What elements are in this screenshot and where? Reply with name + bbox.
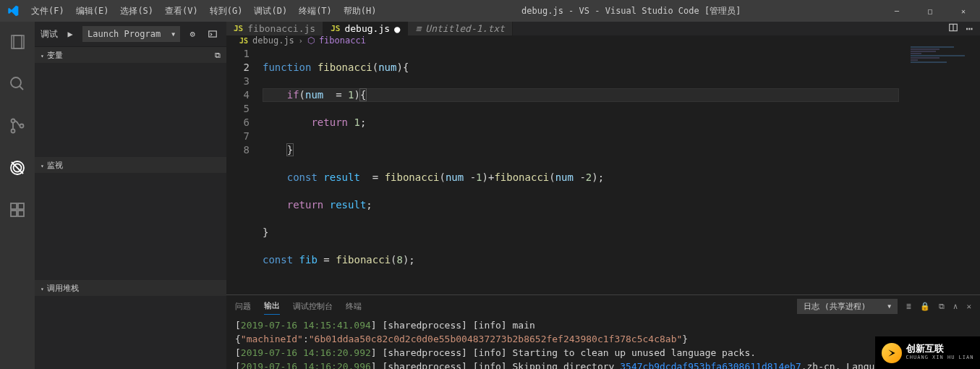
tab-fibonacci[interactable]: JSfibonacci.js — [226, 22, 323, 35]
tab-label: Untitled-1.txt — [425, 23, 505, 34]
svg-rect-10 — [11, 203, 17, 209]
text-file-icon: ≡ — [415, 23, 421, 34]
minimap[interactable] — [908, 46, 980, 132]
breadcrumb-symbol[interactable]: fibonacci — [319, 35, 366, 46]
tab-debug[interactable]: JSdebug.js● — [323, 22, 408, 35]
panel-tab-problems[interactable]: 问题 — [235, 298, 251, 315]
watermark: 创新互联CHUANG XIN HU LIAN — [875, 336, 980, 369]
menu-goto[interactable]: 转到(G) — [204, 0, 249, 22]
breadcrumbs[interactable]: JS debug.js › ⬡ fibonacci — [226, 35, 980, 46]
svg-rect-11 — [11, 211, 17, 216]
menu-edit[interactable]: 编辑(E) — [70, 0, 115, 22]
open-log-icon[interactable]: ⧉ — [939, 302, 945, 311]
gear-icon[interactable]: ⚙ — [184, 26, 200, 42]
menu-help[interactable]: 帮助(H) — [338, 0, 383, 22]
svg-rect-13 — [18, 203, 24, 209]
debug-icon[interactable] — [0, 153, 35, 182]
debug-config-select[interactable]: Launch Program▼ — [82, 26, 180, 42]
svg-rect-14 — [209, 31, 217, 37]
window-minimize-button[interactable]: ─ — [880, 0, 913, 22]
debug-label: 调试 — [41, 28, 58, 41]
watch-header[interactable]: ▾监视 — [35, 157, 226, 173]
js-file-icon: JS — [239, 37, 248, 45]
svg-point-2 — [11, 77, 21, 88]
debug-config-name: Launch Program — [88, 29, 161, 39]
menu-terminal[interactable]: 终端(T) — [293, 0, 338, 22]
svg-rect-12 — [18, 211, 24, 216]
extensions-icon[interactable] — [0, 195, 35, 224]
tab-label: fibonacci.js — [247, 23, 315, 34]
callstack-header[interactable]: ▾调用堆栈 — [35, 280, 226, 296]
callstack-label: 调用堆栈 — [47, 284, 79, 293]
explorer-icon[interactable] — [0, 27, 35, 56]
debug-sidebar: 调试 ▶ Launch Program▼ ⚙ ▾变量 ⧉ ▾监视 ▾调用堆栈 — [35, 22, 226, 369]
bottom-panel: 问题 输出 调试控制台 终端 日志 (共享进程)▼ ≣ 🔒 ⧉ ∧ ✕ [201… — [226, 294, 980, 369]
start-debug-button[interactable]: ▶ — [62, 26, 78, 42]
collapse-all-icon[interactable]: ⧉ — [215, 51, 221, 60]
tab-label: debug.js — [344, 23, 390, 34]
js-file-icon: JS — [331, 24, 340, 33]
variables-header[interactable]: ▾变量 ⧉ — [35, 47, 226, 63]
output-source-label: 日志 (共享进程) — [804, 301, 866, 312]
watermark-icon — [882, 343, 902, 363]
svg-rect-1 — [14, 35, 24, 48]
source-control-icon[interactable] — [0, 111, 35, 140]
vscode-logo-icon — [0, 5, 25, 17]
window-close-button[interactable]: ✕ — [947, 0, 980, 22]
window-title: debug.js - VS - Visual Studio Code [管理员] — [383, 5, 881, 17]
editor-area: JSfibonacci.js JSdebug.js● ≡Untitled-1.t… — [226, 22, 980, 369]
svg-point-5 — [12, 130, 15, 133]
svg-point-6 — [20, 124, 24, 128]
menu-select[interactable]: 选择(S) — [114, 0, 159, 22]
cube-icon: ⬡ — [307, 35, 315, 46]
breadcrumb-file[interactable]: debug.js — [252, 35, 294, 46]
variables-label: 变量 — [47, 51, 63, 60]
window-maximize-button[interactable]: □ — [913, 0, 947, 22]
watermark-text: 创新互联 — [906, 343, 944, 354]
svg-rect-0 — [12, 35, 22, 48]
dirty-indicator[interactable]: ● — [394, 23, 400, 35]
watermark-sub: CHUANG XIN HU LIAN — [906, 353, 974, 362]
more-actions-icon[interactable]: ⋯ — [966, 22, 973, 35]
js-file-icon: JS — [234, 24, 243, 33]
panel-up-icon[interactable]: ∧ — [953, 302, 958, 311]
code-content[interactable]: function fibonacci(num){ if(num = 1){ re… — [263, 46, 980, 294]
debug-console-icon[interactable] — [205, 26, 221, 42]
line-gutter: 12345678 — [226, 46, 263, 294]
activity-bar — [0, 22, 35, 369]
panel-close-icon[interactable]: ✕ — [966, 302, 971, 311]
clear-output-icon[interactable]: ≣ — [906, 302, 911, 311]
menu-bar: 文件(F) 编辑(E) 选择(S) 查看(V) 转到(G) 调试(D) 终端(T… — [25, 0, 383, 22]
title-bar: 文件(F) 编辑(E) 选择(S) 查看(V) 转到(G) 调试(D) 终端(T… — [0, 0, 980, 22]
menu-file[interactable]: 文件(F) — [25, 0, 70, 22]
svg-line-3 — [20, 86, 23, 90]
search-icon[interactable] — [0, 69, 35, 98]
panel-tab-output[interactable]: 输出 — [264, 297, 280, 315]
output-content[interactable]: [2019-07-16 14:15:41.094] [sharedprocess… — [226, 317, 980, 369]
lock-scroll-icon[interactable]: 🔒 — [920, 302, 930, 311]
output-source-select[interactable]: 日志 (共享进程)▼ — [797, 299, 898, 314]
menu-view[interactable]: 查看(V) — [159, 0, 204, 22]
menu-debug[interactable]: 调试(D) — [248, 0, 293, 22]
editor-tabs: JSfibonacci.js JSdebug.js● ≡Untitled-1.t… — [226, 22, 980, 35]
panel-tab-terminal[interactable]: 终端 — [346, 298, 362, 315]
panel-tab-debugconsole[interactable]: 调试控制台 — [293, 298, 333, 315]
tab-untitled[interactable]: ≡Untitled-1.txt — [408, 22, 512, 35]
svg-point-4 — [12, 119, 15, 123]
code-editor[interactable]: 12345678 function fibonacci(num){ if(num… — [226, 46, 980, 294]
watch-label: 监视 — [47, 161, 63, 170]
split-editor-icon[interactable] — [948, 22, 958, 35]
